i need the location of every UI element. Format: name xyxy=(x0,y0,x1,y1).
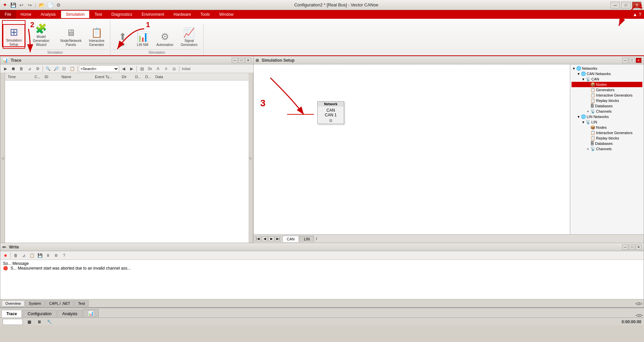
trace-right-collapse[interactable]: ▷ xyxy=(249,73,253,243)
write-help-button[interactable]: ? xyxy=(60,252,68,259)
ribbon-help-button[interactable]: ? xyxy=(639,12,641,17)
tree-item-lin-databases[interactable]: 🗄 Databases xyxy=(572,141,642,146)
tree-item-can[interactable]: ▼ 📡 CAN xyxy=(572,76,642,82)
write-settings-button[interactable]: ⚙ xyxy=(52,252,60,259)
menu-home[interactable]: Home xyxy=(16,10,36,19)
write-tab-capl[interactable]: CAPL / .NET xyxy=(46,300,74,306)
close-button[interactable]: ✕ xyxy=(632,2,641,8)
sim-tab-add[interactable]: / xyxy=(315,236,318,242)
bottom-tab-configuration[interactable]: Configuration xyxy=(22,310,56,318)
tree-item-networks[interactable]: ▼ 🌐 Networks xyxy=(572,66,642,71)
redo-button[interactable]: ↪ xyxy=(26,1,34,9)
ribbon-collapse-button[interactable]: ▲ xyxy=(633,12,637,17)
menu-hardware[interactable]: Hardware xyxy=(169,10,196,19)
trace-zoom-out-button[interactable]: 🔎 xyxy=(52,65,60,72)
menu-file[interactable]: File xyxy=(0,10,16,19)
lin-nm-button[interactable]: 📊 LIN NM xyxy=(133,30,152,49)
trace-copy-button[interactable]: 📋 xyxy=(68,65,76,72)
trace-format-button[interactable]: ≡ xyxy=(162,65,170,72)
signal-generators-button[interactable]: 📈 SignalGenerators xyxy=(178,25,201,49)
trace-zoom-in-button[interactable]: 🔍 xyxy=(44,65,52,72)
bottom-tab-analysis[interactable]: Analysis xyxy=(57,310,83,318)
trace-col-button[interactable]: ▤ xyxy=(138,65,146,72)
menu-tools[interactable]: Tools xyxy=(196,10,215,19)
tree-item-databases[interactable]: 🗄 Databases xyxy=(572,103,642,109)
undo-button[interactable]: ↩ xyxy=(18,1,25,9)
interactive-generator-button[interactable]: 📋 InteractiveGenerator xyxy=(86,25,107,49)
trace-search-dropdown[interactable]: <Search> xyxy=(79,65,119,72)
maximize-button[interactable]: □ xyxy=(621,2,631,8)
menu-window[interactable]: Window xyxy=(215,10,238,19)
status-icon-btn-3[interactable]: 🔧 xyxy=(46,319,53,325)
status-icon-btn-1[interactable]: ▦ xyxy=(25,319,33,325)
trace-start-button[interactable]: ▶ xyxy=(2,65,9,72)
sim-nav-prev-button[interactable]: ◀ xyxy=(262,236,268,241)
tree-item-lin[interactable]: ▼ 📡 LIN xyxy=(572,119,642,125)
tree-toggle-lin-channels[interactable]: + xyxy=(586,147,590,151)
tree-toggle-networks[interactable]: ▼ xyxy=(572,67,576,70)
bottom-tabs-resize-icon[interactable]: ◁ ▷ xyxy=(636,313,643,318)
trace-maximize-button[interactable]: □ xyxy=(238,58,245,63)
trace-search-prev-button[interactable]: ◀ xyxy=(120,65,127,72)
tree-item-can-networks[interactable]: ▼ 🌐 CAN Networks xyxy=(572,71,642,76)
automation-button[interactable]: ⚙ Automation xyxy=(153,30,176,49)
sim-nav-next-button[interactable]: ▶ xyxy=(268,236,274,241)
menu-environment[interactable]: Environment xyxy=(137,10,169,19)
write-record-button[interactable]: ■ xyxy=(2,252,9,259)
write-minimize-button[interactable]: — xyxy=(622,244,628,250)
settings-quick-button[interactable]: ⚙ xyxy=(55,1,62,9)
trace-filter-button[interactable]: ⊿ xyxy=(26,65,33,72)
write-tab-test[interactable]: Test xyxy=(74,300,89,306)
write-filter-button[interactable]: ⊿ xyxy=(20,252,28,259)
write-tab-system[interactable]: System xyxy=(25,300,45,306)
write-maximize-button[interactable]: □ xyxy=(629,244,635,250)
tree-item-interactive-gen[interactable]: 📋 Interactive Generators xyxy=(572,93,642,98)
network-node[interactable]: Network CAN CAN 1 ⊡ xyxy=(317,101,344,124)
trace-hex-button[interactable]: 0x xyxy=(146,65,154,72)
im-button[interactable]: ⬆ IM xyxy=(113,30,132,49)
write-resize-icon[interactable]: ◁ ▷ xyxy=(635,301,642,306)
simulation-setup-button[interactable]: ⊞ SimulationSetup xyxy=(3,24,25,49)
tree-item-lin-nodes[interactable]: 📦 Nodes xyxy=(572,125,642,130)
menu-test[interactable]: Test xyxy=(90,10,107,19)
tree-item-lin-networks[interactable]: ▼ 🌐 LIN Networks xyxy=(572,114,642,119)
write-clear-button[interactable]: 🗑 xyxy=(12,252,19,259)
tree-toggle-channels[interactable]: + xyxy=(586,110,590,113)
bottom-tab-trace[interactable]: Trace xyxy=(1,310,22,318)
trace-stop-button[interactable]: ⏹ xyxy=(10,65,17,72)
write-copy-button[interactable]: 📋 xyxy=(28,252,36,259)
trace-abs-button[interactable]: ◎ xyxy=(170,65,178,72)
menu-simulation[interactable]: Simulation xyxy=(60,10,90,19)
model-generation-wizard-button[interactable]: 🧩 Model GenerationWizard xyxy=(26,21,56,49)
write-pause-button[interactable]: ⏸ xyxy=(44,252,52,259)
new-button[interactable]: 📄 xyxy=(46,1,54,9)
node-network-panels-button[interactable]: 🖥 Node/NetworkPanels xyxy=(57,25,85,49)
sim-close-button[interactable]: ✕ xyxy=(636,58,642,63)
sim-minimize-button[interactable]: — xyxy=(622,58,628,63)
trace-left-collapse[interactable]: ◁ xyxy=(0,73,5,243)
menu-analysis[interactable]: Analysis xyxy=(36,10,60,19)
tree-item-lin-channels[interactable]: + 📡 Channels xyxy=(572,146,642,152)
trace-settings-button[interactable]: ⚙ xyxy=(34,65,41,72)
bottom-tab-data[interactable]: 📊 xyxy=(83,309,99,318)
open-button[interactable]: 📂 xyxy=(38,1,45,9)
sim-nav-last-button[interactable]: ▶| xyxy=(275,236,281,241)
write-close-button[interactable]: ✕ xyxy=(636,244,642,250)
menu-diagnostics[interactable]: Diagnostics xyxy=(107,10,137,19)
sim-tab-lin[interactable]: LIN xyxy=(300,236,314,242)
trace-search-next-button[interactable]: ▶ xyxy=(128,65,135,72)
save-button[interactable]: 💾 xyxy=(9,1,17,9)
write-save-button[interactable]: 💾 xyxy=(36,252,44,259)
tree-item-replay-blocks[interactable]: 📋 Replay blocks xyxy=(572,98,642,103)
trace-fit-button[interactable]: ⊡ xyxy=(60,65,68,72)
status-search-input[interactable] xyxy=(3,319,23,325)
tree-toggle-can[interactable]: ▼ xyxy=(581,77,586,81)
trace-close-button[interactable]: ✕ xyxy=(245,58,251,63)
tree-item-lin-replay[interactable]: 📋 Replay blocks xyxy=(572,135,642,141)
tree-toggle-lin[interactable]: ▼ xyxy=(581,120,586,124)
tree-toggle-lin-networks[interactable]: ▼ xyxy=(576,115,581,119)
tree-item-lin-interactive-gen[interactable]: 📋 Interactive Generators xyxy=(572,130,642,135)
tree-item-generators[interactable]: 📋 Generators xyxy=(572,87,642,93)
write-tab-overview[interactable]: Overview xyxy=(2,300,24,306)
trace-A-button[interactable]: A xyxy=(154,65,162,72)
